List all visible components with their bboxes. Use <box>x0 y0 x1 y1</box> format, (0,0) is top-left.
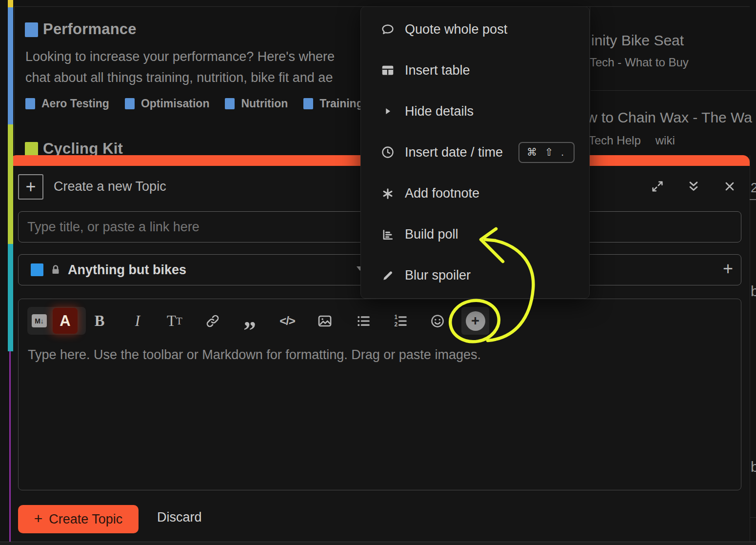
subcategory-label: Aero Testing <box>41 97 109 110</box>
svg-text:1: 1 <box>395 314 398 321</box>
italic-icon[interactable]: I <box>126 309 149 333</box>
menu-item-hide-details[interactable]: Hide details <box>361 91 589 132</box>
stripe-lime <box>8 124 13 244</box>
menu-item-add-footnote[interactable]: Add footnote <box>361 173 589 214</box>
clipped-text-fragment: 2 <box>751 181 756 196</box>
subcategory-optimisation[interactable]: Optimisation <box>125 97 210 110</box>
bullet-list-icon[interactable] <box>352 309 375 333</box>
editor-mode-toggle[interactable]: M↓ A <box>27 307 86 335</box>
discard-button[interactable]: Discard <box>157 510 202 525</box>
caret-right-icon <box>379 105 396 117</box>
pencil-icon <box>379 269 396 283</box>
stripe-teal <box>8 244 13 351</box>
topic-category-label: Tech - What to Buy <box>590 56 689 69</box>
emoji-icon[interactable] <box>426 309 449 333</box>
svg-text:2: 2 <box>395 321 398 328</box>
topic-divider <box>591 90 756 91</box>
performance-description-line1: Looking to increase your performance? He… <box>25 49 335 64</box>
subcategory-label: Nutrition <box>241 97 288 110</box>
subcategory-square <box>25 98 35 109</box>
subcategory-square <box>225 98 235 109</box>
menu-item-label: Insert table <box>405 63 470 78</box>
performance-description-line2: chat about all things training, nutritio… <box>25 70 333 85</box>
rich-text-mode-icon[interactable]: A <box>53 308 78 334</box>
menu-item-build-poll[interactable]: Build poll <box>361 214 589 255</box>
image-icon[interactable] <box>314 309 336 333</box>
plus-circle-icon: + <box>466 311 485 331</box>
menu-item-label: Build poll <box>405 227 458 242</box>
subcategory-label: Training <box>319 97 363 110</box>
topic-category[interactable]: Tech Help wiki <box>590 134 675 147</box>
lock-icon <box>50 263 61 276</box>
text-size-big: T <box>167 312 176 330</box>
selected-category-square <box>31 263 43 276</box>
insert-more-button[interactable]: + <box>461 307 489 335</box>
subcategory-nutrition[interactable]: Nutrition <box>225 97 288 110</box>
selected-category-label: Anything but bikes <box>68 262 186 278</box>
fullscreen-icon[interactable] <box>650 179 665 194</box>
add-tag-icon[interactable]: + <box>723 259 733 279</box>
new-topic-icon: + <box>18 174 43 200</box>
clipped-text-fragment: b <box>751 283 756 300</box>
right-edge-strip: 2 b b <box>750 155 756 545</box>
stripe-yellow <box>8 0 13 7</box>
stripe-blue <box>8 7 13 124</box>
menu-item-label: Add footnote <box>405 186 479 201</box>
subcategory-training[interactable]: Training <box>303 97 363 110</box>
plus-glyph: + <box>34 510 43 527</box>
plus-glyph: + <box>25 177 36 197</box>
editor-placeholder: Type here. Use the toolbar or Markdown f… <box>28 347 481 363</box>
blockquote-icon[interactable]: ” <box>239 309 261 343</box>
performance-category-title[interactable]: Performance <box>43 20 137 38</box>
subcategory-aero-testing[interactable]: Aero Testing <box>25 97 109 110</box>
topic-list-column: inity Bike Seat Tech - What to Buy w to … <box>590 0 756 155</box>
subcategory-square <box>125 98 135 109</box>
link-icon[interactable] <box>201 309 224 333</box>
subcategory-square <box>303 98 313 109</box>
code-icon[interactable]: </> <box>276 309 298 333</box>
table-icon <box>379 63 396 78</box>
text-size-small: T <box>176 315 182 327</box>
markdown-mode-icon[interactable]: M↓ <box>32 314 47 327</box>
left-box-border <box>14 6 15 155</box>
edge-border <box>750 155 750 545</box>
menu-item-blur-spoiler[interactable]: Blur spoiler <box>361 255 589 296</box>
clipped-text-fragment: b <box>751 459 756 475</box>
create-topic-label: Create Topic <box>49 512 122 527</box>
speech-bubble-icon <box>379 22 396 37</box>
cycling-kit-category-square <box>25 142 38 157</box>
menu-item-label: Insert date / time <box>405 145 503 160</box>
fragment-underline <box>750 199 756 200</box>
menu-item-insert-date-time[interactable]: Insert date / time ⌘ ⇧ . <box>361 132 589 173</box>
insert-options-menu: Quote whole post Insert table Hide detai… <box>360 6 590 299</box>
menu-item-quote-whole-post[interactable]: Quote whole post <box>361 9 589 50</box>
menu-item-label: Hide details <box>405 104 474 119</box>
close-icon[interactable] <box>722 179 737 194</box>
bold-icon[interactable]: B <box>88 309 111 333</box>
performance-subcategories: Aero Testing Optimisation Nutrition Trai… <box>25 97 363 110</box>
topic-tag[interactable]: wiki <box>656 134 675 147</box>
stripe-purple <box>9 351 11 545</box>
menu-item-label: Blur spoiler <box>405 268 471 283</box>
composer-header-title: Create a new Topic <box>54 179 166 194</box>
poll-icon <box>379 228 396 242</box>
menu-item-insert-table[interactable]: Insert table <box>361 50 589 91</box>
topic-title[interactable]: inity Bike Seat <box>591 32 684 49</box>
page-bottom-edge <box>0 542 756 545</box>
topic-title[interactable]: w to Chain Wax - The Wa <box>590 109 752 126</box>
text-size-icon[interactable]: TT <box>163 309 186 333</box>
editor[interactable]: M↓ A B I TT ” </> 12 + <box>18 299 741 490</box>
clock-icon <box>379 145 396 160</box>
menu-item-label: Quote whole post <box>405 22 507 37</box>
topic-category-label: Tech Help <box>590 134 641 147</box>
subcategory-label: Optimisation <box>141 97 210 110</box>
numbered-list-icon[interactable]: 12 <box>389 309 412 333</box>
edge-divider <box>750 517 756 518</box>
screen: Performance Looking to increase your per… <box>0 0 756 545</box>
topic-category[interactable]: Tech - What to Buy <box>590 56 689 69</box>
keyboard-shortcut-badge: ⌘ ⇧ . <box>518 142 575 163</box>
minimize-chevrons-icon[interactable] <box>686 179 701 194</box>
create-topic-button[interactable]: + Create Topic <box>18 505 139 533</box>
asterisk-icon <box>379 187 396 201</box>
category-select[interactable]: Anything but bikes <box>18 254 376 285</box>
